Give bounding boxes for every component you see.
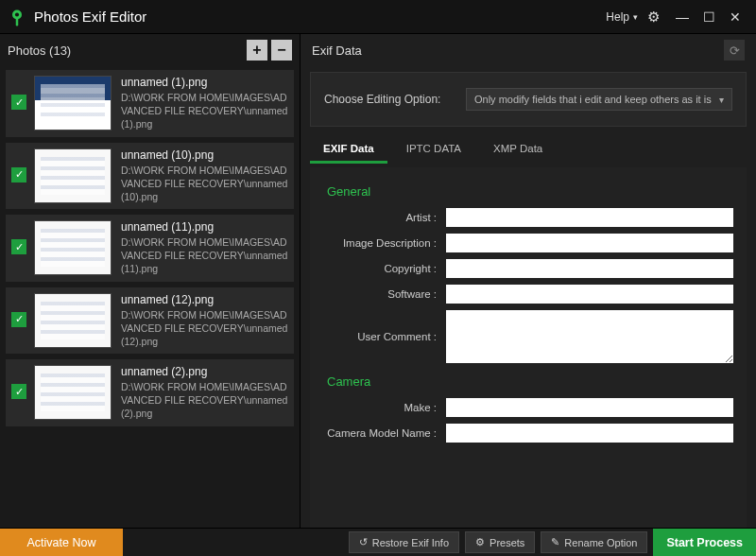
- checkbox-icon[interactable]: ✓: [11, 239, 26, 254]
- checkbox-icon[interactable]: ✓: [11, 167, 26, 182]
- thumbnail: [34, 365, 112, 420]
- editing-option-label: Choose Editing Option:: [324, 93, 466, 106]
- field-label: Copyright :: [323, 263, 446, 274]
- footer-bar: Activate Now ↺Restore Exif Info ⚙Presets…: [0, 528, 756, 556]
- file-path: D:\WORK FROM HOME\IMAGES\ADVANCED FILE R…: [121, 308, 288, 349]
- file-name: unnamed (12).png: [121, 293, 288, 306]
- file-name: unnamed (11).png: [121, 220, 288, 234]
- refresh-button[interactable]: ⟳: [724, 40, 745, 61]
- section-title: Camera: [327, 374, 733, 389]
- field-row: Copyright :: [323, 259, 733, 278]
- thumbnail: [34, 76, 112, 130]
- settings-icon[interactable]: ⚙: [647, 9, 660, 26]
- thumbnail: [34, 148, 112, 203]
- app-title: Photos Exif Editor: [34, 9, 606, 25]
- add-photo-button[interactable]: +: [247, 40, 267, 61]
- field-row: Artist :: [323, 208, 733, 227]
- field-row: Software :: [323, 285, 733, 304]
- minimize-button[interactable]: ―: [669, 4, 696, 30]
- field-input[interactable]: [446, 208, 733, 227]
- field-label: Image Description :: [323, 237, 446, 249]
- checkbox-icon[interactable]: ✓: [11, 384, 26, 399]
- field-input[interactable]: [446, 285, 733, 304]
- field-label: Artist :: [323, 212, 446, 223]
- field-label: Camera Model Name :: [323, 427, 446, 439]
- field-row: Image Description :: [323, 234, 733, 252]
- photos-count-label: Photos (13): [8, 43, 243, 58]
- close-button[interactable]: ✕: [722, 4, 748, 30]
- file-name: unnamed (2).png: [121, 365, 288, 378]
- activate-button[interactable]: Activate Now: [0, 529, 123, 556]
- maximize-button[interactable]: ☐: [696, 4, 722, 30]
- file-path: D:\WORK FROM HOME\IMAGES\ADVANCED FILE R…: [121, 235, 288, 276]
- restore-icon: ↺: [359, 536, 368, 548]
- photos-list[interactable]: ✓ unnamed (1).png D:\WORK FROM HOME\IMAG…: [0, 66, 300, 528]
- file-path: D:\WORK FROM HOME\IMAGES\ADVANCED FILE R…: [121, 91, 288, 131]
- field-row: User Comment :: [323, 310, 733, 363]
- list-item[interactable]: ✓ unnamed (11).png D:\WORK FROM HOME\IMA…: [6, 215, 294, 282]
- field-label: Make :: [323, 402, 446, 413]
- field-row: Camera Model Name :: [323, 424, 733, 443]
- restore-exif-button[interactable]: ↺Restore Exif Info: [349, 531, 459, 553]
- field-label: User Comment :: [323, 331, 446, 342]
- app-logo-icon: [8, 8, 26, 26]
- presets-button[interactable]: ⚙Presets: [465, 531, 535, 553]
- checkbox-icon[interactable]: ✓: [11, 95, 26, 110]
- field-input[interactable]: [446, 424, 733, 443]
- start-process-button[interactable]: Start Process: [653, 529, 756, 556]
- editing-option-value: Only modify fields that i edit and keep …: [474, 94, 712, 105]
- file-path: D:\WORK FROM HOME\IMAGES\ADVANCED FILE R…: [121, 380, 288, 421]
- exif-panel-title: Exif Data: [312, 43, 362, 58]
- photos-panel: Photos (13) + − ✓ unnamed (1).png D:\WOR…: [0, 34, 301, 528]
- list-item[interactable]: ✓ unnamed (1).png D:\WORK FROM HOME\IMAG…: [6, 70, 294, 137]
- checkbox-icon[interactable]: ✓: [11, 312, 26, 327]
- field-input[interactable]: [446, 259, 733, 278]
- rename-option-button[interactable]: ✎Rename Option: [541, 531, 647, 553]
- field-input[interactable]: [446, 234, 733, 252]
- data-tabs: EXIF DataIPTC DATAXMP Data: [301, 136, 756, 164]
- tab-xmp-data[interactable]: XMP Data: [480, 136, 556, 164]
- editing-option-select[interactable]: Only modify fields that i edit and keep …: [466, 88, 732, 111]
- help-menu[interactable]: Help: [606, 10, 629, 24]
- tab-exif-data[interactable]: EXIF Data: [310, 136, 387, 164]
- remove-photo-button[interactable]: −: [271, 40, 292, 61]
- thumbnail: [34, 293, 112, 348]
- svg-point-1: [15, 12, 19, 16]
- presets-icon: ⚙: [475, 536, 485, 548]
- exif-panel: Exif Data ⟳ Choose Editing Option: Only …: [301, 34, 756, 528]
- thumbnail: [34, 220, 112, 275]
- field-row: Make :: [323, 398, 733, 417]
- help-caret-icon: ▾: [633, 12, 638, 22]
- editing-option-row: Choose Editing Option: Only modify field…: [310, 72, 747, 127]
- list-item[interactable]: ✓ unnamed (12).png D:\WORK FROM HOME\IMA…: [6, 287, 294, 355]
- list-item[interactable]: ✓ unnamed (10).png D:\WORK FROM HOME\IMA…: [6, 143, 294, 210]
- form-area[interactable]: GeneralArtist :Image Description :Copyri…: [310, 167, 747, 528]
- field-input[interactable]: [446, 310, 733, 363]
- file-name: unnamed (10).png: [121, 148, 288, 162]
- file-name: unnamed (1).png: [121, 76, 288, 89]
- list-item[interactable]: ✓ unnamed (2).png D:\WORK FROM HOME\IMAG…: [6, 359, 294, 426]
- rename-icon: ✎: [551, 536, 559, 548]
- field-label: Software :: [323, 288, 446, 300]
- tab-iptc-data[interactable]: IPTC DATA: [393, 136, 474, 164]
- file-path: D:\WORK FROM HOME\IMAGES\ADVANCED FILE R…: [121, 164, 288, 204]
- field-input[interactable]: [446, 398, 733, 417]
- section-title: General: [327, 184, 733, 199]
- title-bar: Photos Exif Editor Help ▾ ⚙ ― ☐ ✕: [0, 0, 756, 34]
